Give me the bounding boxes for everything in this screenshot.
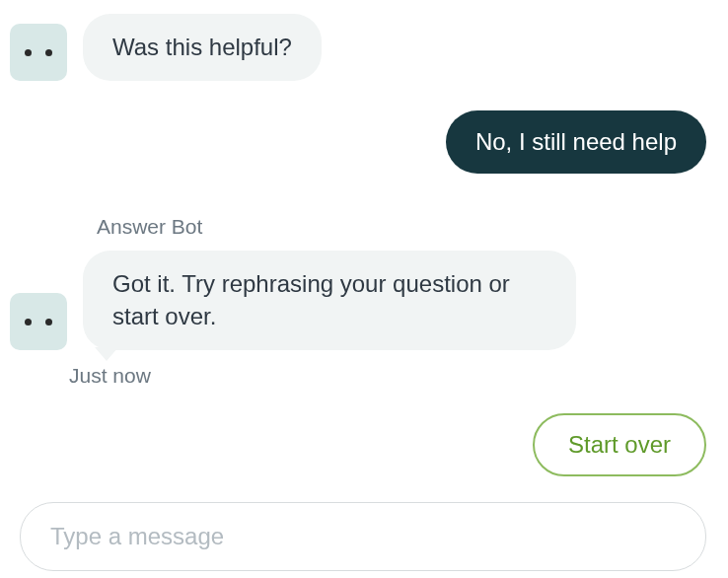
bot-message-bubble: Was this helpful? (83, 14, 322, 81)
bot-message-group: Answer Bot Got it. Try rephrasing your q… (10, 209, 706, 388)
bot-message-row: Was this helpful? (10, 14, 706, 81)
bot-message-bubble: Got it. Try rephrasing your question or … (83, 251, 576, 350)
bubble-tail-icon (95, 347, 118, 361)
bot-avatar-icon (10, 293, 67, 350)
message-composer (10, 502, 706, 571)
quick-reply-row: Start over (10, 413, 706, 476)
bot-avatar-icon (10, 24, 67, 81)
start-over-button[interactable]: Start over (533, 413, 706, 476)
user-message-bubble: No, I still need help (446, 110, 706, 174)
conversation: Was this helpful? No, I still need help … (10, 14, 706, 476)
timestamp: Just now (69, 364, 706, 388)
user-message-row: No, I still need help (10, 110, 706, 174)
message-input[interactable] (20, 502, 706, 571)
sender-label: Answer Bot (97, 215, 576, 239)
